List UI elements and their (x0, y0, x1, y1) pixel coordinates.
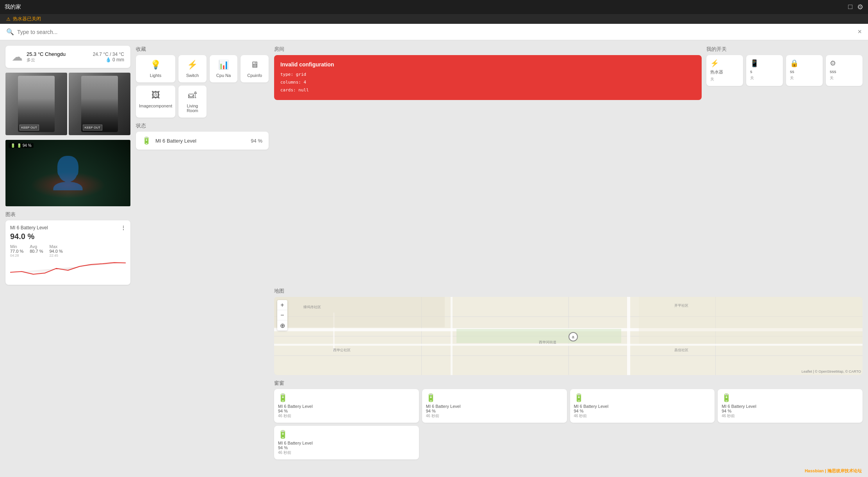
chart-stats: Min77.0 %04:28 Avg80.7 % Max94.0 %22:45 (10, 244, 126, 257)
nav-card-lights[interactable]: 💡 Lights (136, 55, 175, 82)
chart-header: MI 6 Battery Level ⋮ (10, 225, 126, 230)
sss-icon: ⚙ (830, 59, 859, 68)
image-row: KEEP OUT KEEP OUT (5, 73, 130, 135)
chart-menu-icon[interactable]: ⋮ (121, 225, 126, 230)
room-switch-row: 房间 Invalid configuration type: grid colu… (274, 46, 863, 283)
weather-right: 24.7 °C / 34 °C 💧 0 mm (93, 52, 124, 63)
image-card-2: KEEP OUT (69, 73, 130, 135)
hassbian-brand: Hassbian (805, 468, 824, 473)
cpu-na-icon: 📊 (218, 60, 229, 70)
map-locate[interactable]: ⊕ (277, 320, 287, 331)
ss-name: ss (790, 69, 819, 74)
search-icon: 🔍 (6, 28, 14, 36)
alert-text: 热水器已关闭 (13, 16, 41, 22)
switches-label: 我的开关 (706, 46, 863, 53)
battery-pct-2: 94 % (426, 409, 563, 413)
chart-section: 图表 MI 6 Battery Level ⋮ 94.0 % Min77.0 %… (5, 211, 130, 285)
battery-card-4[interactable]: 🔋 MI 6 Battery Level 94 % 46 秒前 (718, 389, 863, 423)
cpu-na-label: Cpu Na (216, 73, 231, 78)
switch-grid: ⚡ 热水器 关 📱 s 关 🔒 ss 关 (706, 55, 863, 86)
sss-name: sss (830, 69, 859, 74)
map-background: 獐坞市社区 开平社区 西华公社区 西华河街道 昌佳社区 a + − (274, 297, 863, 375)
search-bar: 🔍 × (0, 24, 868, 40)
left-column: ☁ 25.3 °C Chengdu 多云 24.7 °C / 34 °C 💧 0… (5, 46, 130, 459)
chart-stat-max: Max94.0 %22:45 (50, 244, 63, 257)
battery-time-5: 46 秒前 (278, 450, 415, 456)
map-section: 地图 (274, 288, 863, 375)
search-input[interactable] (17, 29, 854, 35)
switch-label: Switch (186, 73, 199, 78)
switch-card-sss[interactable]: ⚙ sss 关 (826, 55, 863, 86)
battery-card-5[interactable]: 🔋 MI 6 Battery Level 94 % 46 秒前 (274, 426, 419, 459)
switch-card-heater[interactable]: ⚡ 热水器 关 (706, 55, 743, 86)
battery-icon-4: 🔋 (722, 393, 859, 402)
nav-card-cpuinfo[interactable]: 🖥 Cpuinfo (241, 55, 269, 82)
nav-card-imagecomponent[interactable]: 🖼 Imagecomponent (136, 86, 175, 118)
status-section: 状态 🔋 MI 6 Battery Level 94 % (136, 122, 269, 150)
chart-card: MI 6 Battery Level ⋮ 94.0 % Min77.0 %04:… (5, 220, 130, 285)
switch-panel: 我的开关 ⚡ 热水器 关 📱 s 关 🔒 (706, 46, 863, 283)
nav-card-cpu-na[interactable]: 📊 Cpu Na (210, 55, 238, 82)
battery-icon-status: 🔋 (142, 136, 151, 145)
battery-time-1: 46 秒前 (278, 413, 415, 419)
cpuinfo-label: Cpuinfo (247, 73, 262, 78)
imagecomponent-icon: 🖼 (151, 90, 160, 100)
switch-card-s[interactable]: 📱 s 关 (746, 55, 783, 86)
weather-icon: ☁ (12, 50, 23, 63)
weather-temp-range: 24.7 °C / 34 °C (93, 52, 124, 57)
alert-bar: ⚠ 热水器已关闭 (0, 14, 868, 24)
livingroom-label: Living Room (182, 104, 203, 113)
map-attribution: Leaflet | © OpenStreetMap, © CARTO (802, 370, 861, 373)
battery-time-2: 46 秒前 (426, 413, 563, 419)
s-icon: 📱 (750, 59, 779, 68)
chart-stat-min: Min77.0 %04:28 (10, 244, 23, 257)
map-marker: a (569, 332, 578, 341)
battery-pct-5: 94 % (278, 445, 415, 450)
livingroom-icon: 🛋 (188, 90, 197, 100)
switch-icon: ⚡ (187, 60, 198, 70)
status-label: 状态 (136, 122, 269, 129)
error-code: type: grid columns: 4 cards: null (280, 71, 695, 94)
battery-icon-2: 🔋 (426, 393, 563, 402)
window-icon[interactable]: □ (848, 3, 852, 11)
close-icon[interactable]: × (857, 28, 862, 36)
topbar: 我的家 □ ⚙ (0, 0, 868, 14)
batteries-label: 窗窗 (274, 380, 863, 387)
weather-card: ☁ 25.3 °C Chengdu 多云 24.7 °C / 34 °C 💧 0… (5, 46, 130, 68)
battery-name-4: MI 6 Battery Level (722, 404, 859, 409)
lights-icon: 💡 (150, 60, 161, 70)
battery-card-2[interactable]: 🔋 MI 6 Battery Level 94 % 46 秒前 (422, 389, 567, 423)
status-card: 🔋 MI 6 Battery Level 94 % (136, 132, 269, 150)
nav-card-livingroom[interactable]: 🛋 Living Room (178, 86, 207, 118)
map-zoom-in[interactable]: + (277, 300, 287, 310)
chart-title: MI 6 Battery Level (10, 225, 48, 230)
topbar-icons: □ ⚙ (848, 3, 863, 11)
chart-section-label: 图表 (5, 211, 130, 218)
nav-card-switch[interactable]: ⚡ Switch (178, 55, 207, 82)
battery-badge: 🔋🔋 94 % (9, 143, 34, 148)
switch-card-ss[interactable]: 🔒 ss 关 (786, 55, 823, 86)
battery-icon-3: 🔋 (574, 393, 711, 402)
image-card-1: KEEP OUT (5, 73, 67, 135)
nav-card-grid: 💡 Lights ⚡ Switch 📊 Cpu Na 🖥 Cpuinfo (136, 55, 269, 118)
battery-icon-5: 🔋 (278, 430, 415, 439)
battery-card-3[interactable]: 🔋 MI 6 Battery Level 94 % 46 秒前 (570, 389, 715, 423)
lights-label: Lights (150, 73, 161, 78)
heater-name: 热水器 (710, 69, 739, 75)
person-card: 👤 🔋🔋 94 % 在家 (5, 140, 130, 206)
battery-card-1[interactable]: 🔋 MI 6 Battery Level 94 % 46 秒前 (274, 389, 419, 423)
battery-name-1: MI 6 Battery Level (278, 404, 415, 409)
battery-icon-1: 🔋 (278, 393, 415, 402)
weather-left: ☁ 25.3 °C Chengdu 多云 (12, 50, 66, 63)
chart-line (10, 261, 126, 280)
weather-description: 多云 (27, 57, 66, 63)
footer: Hassbian | 瀚思彼岸技术论坛 (0, 465, 868, 477)
settings-icon[interactable]: ⚙ (857, 3, 863, 11)
footer-text: | 瀚思彼岸技术论坛 (825, 468, 862, 473)
battery-section: 窗窗 🔋 MI 6 Battery Level 94 % 46 秒前 🔋 MI … (274, 380, 863, 459)
alert-icon: ⚠ (6, 16, 11, 22)
ss-icon: 🔒 (790, 59, 819, 68)
map-zoom-out[interactable]: − (277, 310, 287, 320)
heater-icon: ⚡ (710, 59, 739, 68)
right-column: 房间 Invalid configuration type: grid colu… (274, 46, 863, 459)
